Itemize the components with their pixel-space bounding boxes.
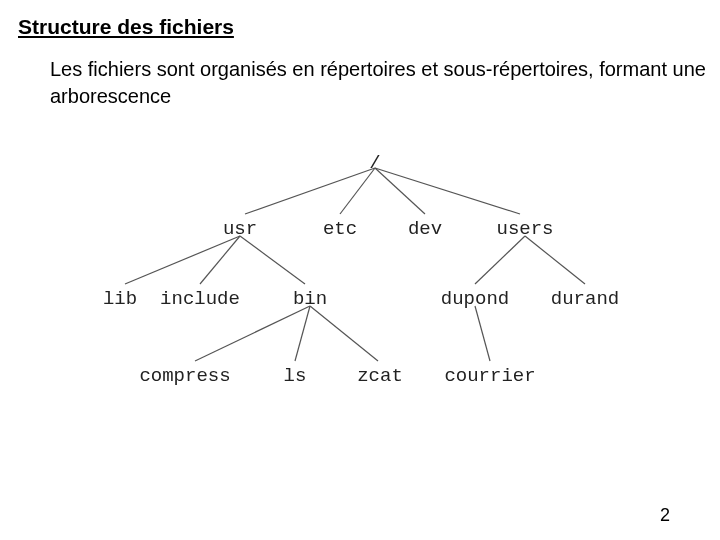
tree-node-root: / — [369, 152, 380, 174]
tree-node-courrier: courrier — [444, 365, 535, 387]
tree-node-include: include — [160, 288, 240, 310]
tree-node-dev: dev — [408, 218, 442, 240]
tree-node-bin: bin — [293, 288, 327, 310]
svg-line-3 — [375, 168, 520, 214]
tree-node-users: users — [496, 218, 553, 240]
page-number: 2 — [660, 505, 670, 526]
svg-line-0 — [245, 168, 375, 214]
tree-node-compress: compress — [139, 365, 230, 387]
tree-node-dupond: dupond — [441, 288, 509, 310]
svg-line-4 — [125, 236, 240, 284]
tree-node-durand: durand — [551, 288, 619, 310]
page-title: Structure des fichiers — [18, 15, 234, 39]
filesystem-tree: / usr etc dev users lib include bin dupo… — [80, 140, 640, 420]
tree-node-etc: etc — [323, 218, 357, 240]
svg-line-6 — [240, 236, 305, 284]
svg-line-8 — [525, 236, 585, 284]
svg-line-12 — [475, 306, 490, 361]
svg-line-2 — [375, 168, 425, 214]
tree-node-zcat: zcat — [357, 365, 403, 387]
svg-line-5 — [200, 236, 240, 284]
intro-paragraph: Les fichiers sont organisés en répertoir… — [50, 56, 710, 110]
svg-line-9 — [195, 306, 310, 361]
tree-node-usr: usr — [223, 218, 257, 240]
svg-line-11 — [310, 306, 378, 361]
tree-node-ls: ls — [284, 365, 307, 387]
svg-line-10 — [295, 306, 310, 361]
svg-line-7 — [475, 236, 525, 284]
tree-node-lib: lib — [103, 288, 137, 310]
svg-line-1 — [340, 168, 375, 214]
